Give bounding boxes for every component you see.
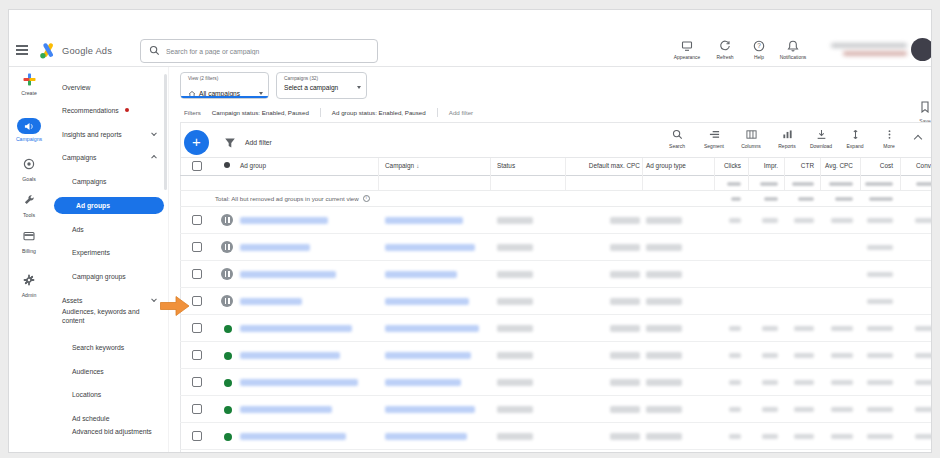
blurred-campaign-name[interactable]: [385, 298, 469, 305]
sidebar-item-audiences-keywords-content[interactable]: Audiences, keywords and content: [50, 308, 166, 326]
avatar[interactable]: [911, 38, 934, 61]
sidebar-item-campaign-groups[interactable]: Campaign groups: [50, 265, 166, 287]
table-row[interactable]: [180, 396, 940, 423]
view-filter-dropdown[interactable]: View (2 filters) All campaigns: [180, 72, 269, 99]
sidebar-item-insights-and-reports[interactable]: Insights and reports: [50, 123, 166, 145]
blurred-ad-group-name[interactable]: [240, 325, 352, 332]
table-row[interactable]: [180, 315, 940, 342]
blurred-ad-group-name[interactable]: [240, 244, 310, 251]
select-all-checkbox[interactable]: [192, 161, 202, 171]
add-filter-link[interactable]: Add filter: [449, 109, 473, 116]
table-row[interactable]: [180, 207, 940, 234]
column-header-status[interactable]: Status: [497, 162, 515, 169]
blurred-clicks: [729, 407, 741, 412]
column-header-clicks[interactable]: Clicks: [701, 162, 741, 169]
column-header-conv[interactable]: Conv.: [916, 162, 932, 169]
sidebar-item-ads[interactable]: Ads: [50, 218, 166, 240]
blurred-ad-group-name[interactable]: [240, 433, 346, 440]
blurred-status: [497, 298, 533, 305]
blurred-ad-group-name[interactable]: [240, 217, 328, 224]
row-checkbox[interactable]: [192, 296, 202, 306]
blurred-ad-group-name[interactable]: [240, 379, 358, 386]
toolbar-action-reports[interactable]: Reports: [770, 129, 804, 149]
blurred-campaign-name[interactable]: [385, 433, 467, 440]
campaign-select-dropdown[interactable]: Campaigns (32) Select a campaign: [276, 72, 367, 99]
sidebar-item-search-keywords[interactable]: Search keywords: [50, 336, 166, 358]
column-header-impr[interactable]: Impr.: [738, 162, 778, 169]
row-checkbox[interactable]: [192, 350, 202, 360]
global-search[interactable]: [140, 39, 378, 63]
blurred-campaign-name[interactable]: [385, 352, 471, 359]
sidebar-item-advanced-bid-adjustments[interactable]: Advanced bid adjustments: [50, 428, 166, 437]
column-header-campaign-sorted[interactable]: Campaign: [385, 162, 419, 169]
total-note: Total: All but removed ad groups in your…: [215, 195, 359, 202]
blurred-campaign-name[interactable]: [385, 406, 475, 413]
row-checkbox[interactable]: [192, 404, 202, 414]
sidebar-item-campaigns[interactable]: Campaigns: [50, 170, 166, 192]
blurred-ad-group-name[interactable]: [240, 406, 332, 413]
sidebar-item-recommendations[interactable]: Recommendations: [50, 99, 166, 121]
add-filter-button[interactable]: Add filter: [245, 139, 272, 146]
toolbar-action-more[interactable]: More: [872, 129, 906, 149]
table-row[interactable]: [180, 423, 940, 450]
filter-chip-ad-group-status[interactable]: Ad group status: Enabled, Paused: [332, 109, 426, 116]
table-row[interactable]: [180, 369, 940, 396]
blurred-campaign-name[interactable]: [385, 217, 463, 224]
blurred-max-cpc: [610, 352, 640, 359]
row-checkbox[interactable]: [192, 242, 202, 252]
toolbar-action-columns[interactable]: Columns: [734, 129, 768, 149]
rail-item-create[interactable]: Create: [8, 72, 50, 96]
row-checkbox[interactable]: [192, 215, 202, 225]
table-row[interactable]: [180, 261, 940, 288]
blurred-campaign-name[interactable]: [385, 271, 457, 278]
row-checkbox[interactable]: [192, 431, 202, 441]
sidebar-item-experiments[interactable]: Experiments: [50, 241, 166, 263]
search-input[interactable]: [166, 48, 346, 55]
sidebar-item-ad-schedule[interactable]: Ad schedule: [50, 407, 166, 429]
toolbar-action-segment[interactable]: Segment: [697, 129, 731, 149]
sidebar-scrollbar[interactable]: [164, 74, 167, 190]
column-header-default-max-cpc[interactable]: Default max. CPC: [560, 162, 640, 169]
sidebar-item-locations[interactable]: Locations: [50, 383, 166, 405]
column-header-ad-group[interactable]: Ad group: [240, 162, 266, 169]
rail-item-admin[interactable]: Admin: [8, 274, 50, 298]
row-checkbox[interactable]: [192, 377, 202, 387]
blurred-ad-group-name[interactable]: [240, 352, 340, 359]
filter-divider: [320, 108, 321, 117]
blurred-avg-cpc: [831, 380, 853, 385]
table-row[interactable]: [180, 342, 940, 369]
column-header-avg-cpc[interactable]: Avg. CPC: [803, 162, 853, 169]
menu-hamburger-icon[interactable]: [16, 45, 28, 57]
table-row-highlighted-by-arrow[interactable]: [180, 288, 940, 315]
sidebar-item-campaigns-section[interactable]: Campaigns: [50, 146, 166, 168]
row-checkbox[interactable]: [192, 269, 202, 279]
new-ad-group-button[interactable]: [184, 130, 209, 155]
info-icon[interactable]: [363, 195, 370, 202]
header-action-notifications[interactable]: Notifications: [772, 40, 814, 60]
table-row[interactable]: [180, 234, 940, 261]
row-checkbox[interactable]: [192, 323, 202, 333]
blurred-campaign-name[interactable]: [385, 244, 475, 251]
filter-funnel-icon[interactable]: [224, 135, 236, 153]
toolbar-action-expand[interactable]: Expand: [838, 129, 872, 149]
sidebar-item-overview[interactable]: Overview: [50, 76, 166, 98]
rail-item-tools[interactable]: Tools: [8, 194, 50, 218]
header-action-appearance[interactable]: Appearance: [666, 40, 708, 60]
segment-icon: [697, 129, 731, 141]
column-header-cost[interactable]: Cost: [853, 162, 893, 169]
sidebar-item-ad-groups[interactable]: Ad groups: [54, 197, 164, 214]
blurred-ad-group-name[interactable]: [240, 298, 302, 305]
blurred-campaign-name[interactable]: [385, 325, 479, 332]
toolbar-action-download[interactable]: Download: [804, 129, 838, 149]
blurred-campaign-name[interactable]: [385, 379, 461, 386]
rail-item-goals[interactable]: Goals: [8, 158, 50, 182]
filter-chip-campaign-status[interactable]: Campaign status: Enabled, Paused: [212, 109, 309, 116]
rail-item-billing[interactable]: Billing: [8, 230, 50, 254]
column-header-ad-group-type[interactable]: Ad group type: [646, 162, 686, 169]
sidebar-item-audiences[interactable]: Audiences: [50, 360, 166, 382]
blurred-ad-group-name[interactable]: [240, 271, 336, 278]
collapse-toolbar-chevron-icon[interactable]: [914, 135, 922, 143]
blurred-impr: [762, 353, 778, 358]
rail-item-campaigns[interactable]: Campaigns: [8, 118, 50, 142]
toolbar-action-search[interactable]: Search: [660, 129, 694, 149]
